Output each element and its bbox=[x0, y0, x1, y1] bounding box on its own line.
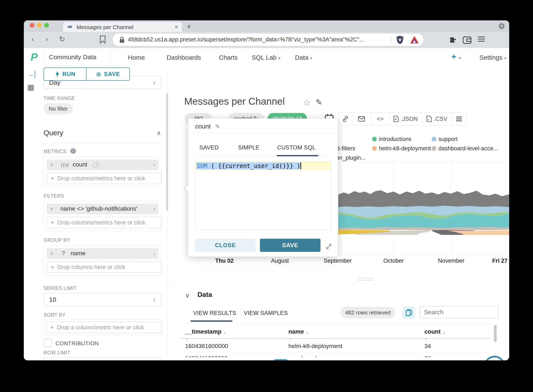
filter-chip[interactable]: × name <> 'github-notifications' › bbox=[47, 204, 158, 214]
tab-saved[interactable]: SAVED bbox=[199, 145, 219, 151]
tab-search-dropdown-icon[interactable]: ▾ bbox=[499, 23, 505, 29]
legend-item[interactable]: helm-k8-deployment bbox=[372, 145, 431, 152]
contribution-checkbox[interactable] bbox=[44, 339, 52, 347]
extensions-puzzle-icon[interactable] bbox=[449, 36, 457, 44]
resize-popover-icon[interactable] bbox=[325, 243, 332, 250]
tab-custom-sql[interactable]: CUSTOM SQL bbox=[277, 145, 316, 151]
text-cursor bbox=[301, 163, 301, 169]
share-link-button[interactable] bbox=[338, 112, 352, 126]
streamgraph-plot[interactable] bbox=[338, 182, 509, 235]
preset-logo[interactable]: P bbox=[31, 51, 38, 63]
close-window-button[interactable] bbox=[30, 23, 34, 28]
page-active[interactable]: 1 bbox=[274, 359, 288, 360]
group-by-chip[interactable]: × ? name › bbox=[47, 248, 158, 259]
remove-filter-icon[interactable]: × bbox=[47, 204, 57, 214]
metric-chip[interactable]: × ƒ(x) count ? › bbox=[47, 159, 158, 170]
column-header-name[interactable]: name▲▼ bbox=[288, 328, 309, 342]
datasource-grid-icon[interactable]: ▦ bbox=[27, 83, 34, 92]
brave-shield-icon[interactable] bbox=[396, 35, 404, 45]
chevron-right-icon: › bbox=[153, 161, 155, 168]
series-limit-select[interactable]: 10 ∨ bbox=[44, 293, 161, 306]
file-icon bbox=[394, 116, 399, 122]
resize-drag-handle[interactable] bbox=[358, 278, 373, 280]
group-by-dropzone[interactable]: +Drop columns here or click bbox=[47, 261, 162, 273]
filters-dropzone[interactable]: +Drop columns/metrics here or click bbox=[47, 217, 162, 228]
active-tab-indicator bbox=[191, 320, 232, 322]
legend-dot-icon bbox=[432, 137, 436, 141]
metric-edit-popover: count ✎ SAVED SIMPLE CUSTOM SQL SUM ( {{… bbox=[188, 118, 338, 257]
left-icon-rail: → ▦ bbox=[24, 68, 39, 360]
nav-link-data[interactable]: Data ▾ bbox=[295, 54, 312, 61]
remove-metric-icon[interactable]: × bbox=[47, 159, 57, 170]
legend-item[interactable]: introductions bbox=[372, 136, 411, 142]
results-table: __timestamp▲▼ name▲▼ count▲▼ 16043616000… bbox=[180, 323, 497, 357]
sort-by-dropzone[interactable]: +Drop a column/metric here or click bbox=[46, 322, 162, 333]
back-icon[interactable]: ‹ bbox=[31, 35, 34, 43]
forward-icon[interactable]: › bbox=[46, 35, 48, 43]
tab-view-samples[interactable]: VIEW SAMPLES bbox=[244, 310, 288, 316]
embed-code-button[interactable]: <> bbox=[371, 112, 390, 126]
settings-menu[interactable]: Settings ▾ bbox=[479, 54, 506, 61]
export-json-button[interactable]: .JSON bbox=[389, 112, 422, 126]
url-bar[interactable]: 458dcb52.us1a.app.preset.io/superset/exp… bbox=[113, 33, 423, 46]
cell-count: 34 bbox=[425, 343, 431, 350]
contribution-label: CONTRIBUTION bbox=[56, 340, 99, 347]
nav-link-sql-lab[interactable]: SQL Lab ▾ bbox=[252, 54, 281, 61]
collapse-section-icon[interactable]: ∧ bbox=[157, 130, 161, 136]
copy-icon bbox=[406, 309, 412, 316]
search-input[interactable] bbox=[420, 306, 498, 318]
email-button[interactable] bbox=[352, 112, 371, 126]
legend-item[interactable]: d-filters bbox=[336, 145, 355, 152]
sql-expression: ( {{current_user_id()}} ) bbox=[208, 163, 301, 169]
legend-item[interactable]: on_plugin... bbox=[336, 154, 366, 161]
nav-link-charts[interactable]: Charts bbox=[219, 54, 238, 61]
nav-link-dashboards[interactable]: Dashboards bbox=[167, 54, 201, 61]
x-tick: August bbox=[271, 258, 289, 264]
favorite-star-icon[interactable]: ☆ bbox=[303, 97, 311, 108]
edit-name-pencil-icon[interactable]: ✎ bbox=[215, 123, 220, 130]
collapse-data-icon[interactable]: ∨ bbox=[185, 292, 190, 299]
tab-view-results[interactable]: VIEW RESULTS bbox=[193, 310, 236, 316]
tab-simple[interactable]: SIMPLE bbox=[238, 145, 259, 151]
workspace-name[interactable]: Community Data bbox=[49, 54, 96, 61]
nav-link-home[interactable]: Home bbox=[128, 54, 145, 61]
bookmark-icon[interactable] bbox=[99, 35, 106, 44]
copy-data-button[interactable] bbox=[403, 306, 415, 319]
plus-icon: + bbox=[50, 324, 54, 331]
zoom-window-button[interactable] bbox=[44, 23, 49, 28]
new-item-plus-button[interactable]: + ▾ bbox=[451, 52, 461, 61]
table-scrollbar[interactable] bbox=[494, 325, 497, 342]
group-by-box: × ? name › +Drop columns here or click bbox=[44, 246, 161, 276]
reload-icon[interactable]: ↻ bbox=[59, 35, 65, 43]
new-tab-button[interactable]: + bbox=[187, 23, 191, 31]
edit-chart-properties-icon[interactable]: ✎ bbox=[316, 98, 322, 107]
metrics-dropzone[interactable]: +Drop columns/metrics here or click bbox=[47, 173, 162, 184]
sql-editor[interactable]: SUM ( {{current_user_id()}} ) bbox=[195, 161, 331, 230]
column-header-timestamp[interactable]: __timestamp▲▼ bbox=[185, 328, 226, 342]
pagination: « 1 2 3 4 5 ... 10 » bbox=[259, 359, 421, 360]
legend-item[interactable]: dashboard-level-acce... bbox=[432, 145, 498, 152]
column-header-count[interactable]: count▲▼ bbox=[425, 328, 446, 342]
legend-dot-icon bbox=[432, 146, 436, 151]
url-divider bbox=[391, 36, 391, 44]
minimize-window-button[interactable] bbox=[37, 23, 42, 28]
tab-close-icon[interactable]: × bbox=[175, 23, 178, 30]
save-query-button[interactable]: ⊕ SAVE bbox=[86, 68, 130, 81]
time-range-filter-pill[interactable]: No filter bbox=[44, 103, 73, 114]
browser-tab[interactable]: ∞ Messages per Channel × bbox=[63, 22, 182, 32]
legend-dot-icon bbox=[372, 146, 377, 151]
bat-rewards-icon[interactable] bbox=[410, 35, 419, 45]
popover-save-button[interactable]: SAVE bbox=[260, 239, 321, 252]
collapse-panel-icon[interactable]: → bbox=[28, 71, 35, 78]
panel-scrollbar[interactable] bbox=[166, 93, 168, 211]
row-limit-select[interactable]: 1000 ∨ bbox=[44, 357, 161, 360]
more-options-button[interactable] bbox=[452, 112, 466, 126]
browser-menu-icon[interactable] bbox=[478, 35, 485, 43]
run-button[interactable]: RUN bbox=[44, 68, 87, 81]
legend-item[interactable]: support bbox=[432, 136, 458, 142]
popover-close-button[interactable]: CLOSE bbox=[195, 239, 256, 252]
export-csv-button[interactable]: x .CSV bbox=[422, 112, 452, 126]
wallet-icon[interactable] bbox=[463, 36, 471, 44]
remove-group-icon[interactable]: × bbox=[47, 248, 57, 259]
link-icon bbox=[342, 116, 349, 122]
